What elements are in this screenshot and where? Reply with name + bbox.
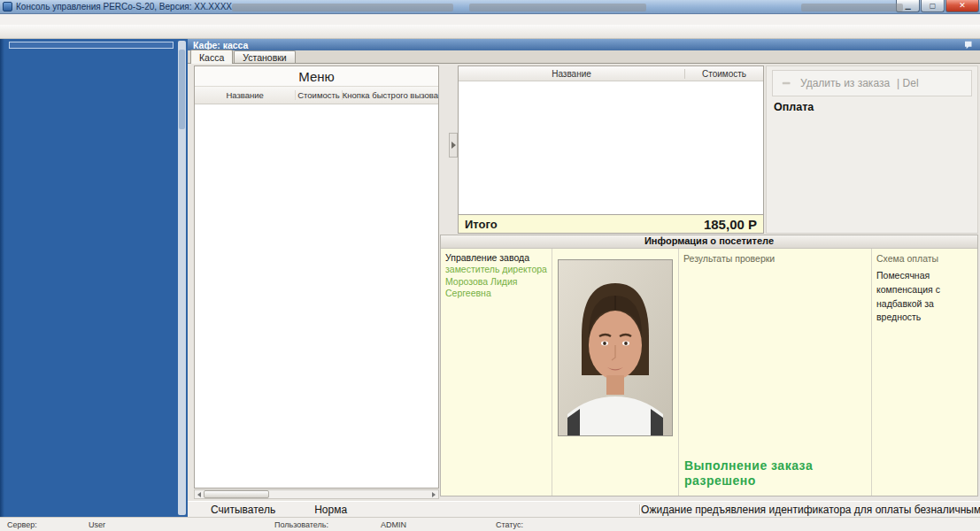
payment-scheme-column: Схема оплаты Помесячная компенсация с на… <box>872 249 977 496</box>
order-total-row: Итого 185,00 Р <box>459 214 763 233</box>
titlebar: Консоль управления PERCo-S-20, Версия: X… <box>0 0 980 14</box>
total-label: Итого <box>465 218 498 231</box>
menu-bar <box>0 14 980 25</box>
app-icon <box>3 2 12 12</box>
total-value: 185,00 Р <box>704 217 757 232</box>
payment-scheme-title: Схема оплаты <box>876 253 973 264</box>
section-title: Кафе: касса <box>193 40 248 50</box>
payment-panel: Удалить из заказа | Del Оплата <box>766 65 978 234</box>
main-toolbar <box>0 25 980 39</box>
navigation-sidebar <box>0 39 188 517</box>
column-hotkey[interactable]: Кнопка быстрого вызова <box>343 90 438 100</box>
payment-section-title: Оплата <box>774 101 970 113</box>
right-arrow-icon <box>451 142 456 149</box>
redacted-text <box>469 4 646 12</box>
menu-panel-title: Меню <box>195 66 438 87</box>
server-value: User <box>89 520 105 529</box>
sidebar-scrollbar[interactable] <box>178 41 186 515</box>
order-column-price[interactable]: Стоимость <box>684 69 763 79</box>
menu-panel: Меню Название Стоимость Кнопка быстрого … <box>194 65 439 489</box>
scrollbar-thumb[interactable] <box>179 50 185 129</box>
visitor-photo <box>558 259 673 436</box>
payment-scheme-text: Помесячная компенсация с надбавкой за вр… <box>876 269 965 325</box>
panel-pin-icon[interactable] <box>964 41 975 50</box>
reader-label: Считыватель <box>188 504 275 516</box>
scroll-right-arrow[interactable] <box>432 492 436 497</box>
order-table: Название Стоимость Итого 185,00 Р <box>458 65 764 234</box>
reader-status: Норма <box>275 504 347 516</box>
visitor-identity-column: Управление завода заместитель директора … <box>441 249 552 496</box>
delete-from-order-button[interactable]: Удалить из заказа | Del <box>772 70 972 96</box>
cafe-subgroup <box>9 42 174 49</box>
menu-column-headers: Название Стоимость Кнопка быстрого вызов… <box>195 87 438 104</box>
delete-button-hotkey: | Del <box>897 77 918 89</box>
visitor-department: Управление завода <box>445 252 547 263</box>
scroll-left-arrow[interactable] <box>197 492 201 497</box>
visitor-info-panel: Информация о посетителе Управление завод… <box>440 235 978 496</box>
column-name[interactable]: Название <box>195 90 296 100</box>
tab-ustanovki[interactable]: Установки <box>234 50 295 63</box>
tab-strip: Касса Установки <box>188 50 980 64</box>
delete-button-label: Удалить из заказа <box>800 77 890 89</box>
maximize-button[interactable]: ▢ <box>921 0 945 12</box>
order-table-header: Название Стоимость <box>459 66 763 81</box>
menu-tree <box>195 104 438 488</box>
content-body: Меню Название Стоимость Кнопка быстрого … <box>188 64 980 501</box>
column-price[interactable]: Стоимость <box>296 90 342 100</box>
status-label: Статус: <box>496 520 523 529</box>
status-bar: Считыватель Норма Ожидание предъявления … <box>188 501 980 517</box>
collapse-splitter-button[interactable] <box>449 133 458 158</box>
check-results-title: Результаты проверки <box>683 253 867 264</box>
visitor-position: заместитель директора <box>445 264 547 276</box>
statusbar-message: Ожидание предъявления идентификатора для… <box>641 504 980 516</box>
visitor-name: Морозова Лидия Сергеевна <box>445 276 547 300</box>
window-title: Консоль управления PERCo-S-20, Версия: X… <box>16 2 232 12</box>
order-rows <box>459 81 763 214</box>
connection-footer: Сервер: User Пользователь: ADMIN Статус: <box>0 517 980 531</box>
order-permission-status: Выполнение заказа разрешено <box>684 458 853 489</box>
close-button[interactable]: ✕ <box>945 0 979 12</box>
visitor-photo-column <box>552 249 679 496</box>
redacted-text <box>232 4 453 12</box>
server-label: Сервер: <box>7 520 37 529</box>
redacted-text <box>801 4 903 12</box>
minus-icon <box>781 77 793 89</box>
section-header: Кафе: касса <box>188 39 980 50</box>
user-label: Пользователь: <box>274 520 328 529</box>
order-column-name[interactable]: Название <box>459 69 684 79</box>
user-value: ADMIN <box>381 520 406 529</box>
scrollbar-thumb[interactable] <box>204 490 269 498</box>
check-results-column: Результаты проверки Выполнение заказа ра… <box>679 249 872 496</box>
tab-kassa[interactable]: Касса <box>190 50 233 64</box>
horizontal-scrollbar[interactable] <box>194 489 439 499</box>
app-window: Консоль управления PERCo-S-20, Версия: X… <box>0 0 980 531</box>
visitor-info-title: Информация о посетителе <box>441 235 977 249</box>
